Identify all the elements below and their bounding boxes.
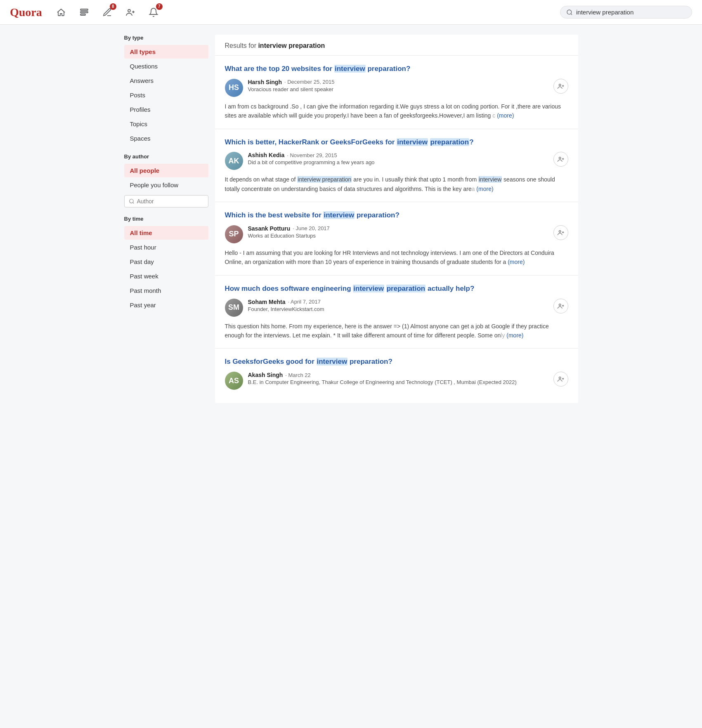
author-date: · November 29, 2015 (287, 152, 337, 158)
author-filter-item[interactable]: All people (124, 164, 208, 177)
add-credential-button[interactable] (553, 299, 568, 313)
more-link[interactable]: (more) (475, 186, 493, 192)
more-link[interactable]: (more) (506, 259, 525, 265)
avatar: SP (225, 225, 243, 243)
svg-point-11 (559, 304, 561, 306)
page-content: By type All typesQuestionsAnswersPostsPr… (124, 35, 578, 403)
type-filter-list: All typesQuestionsAnswersPostsProfilesTo… (124, 45, 208, 145)
header: Quora 8 7 (0, 0, 702, 25)
author-bio: Voracious reader and silent speaker (248, 86, 548, 92)
time-filter-item[interactable]: Past hour (124, 240, 208, 254)
author-info: Harsh Singh· December 25, 2015Voracious … (248, 79, 548, 92)
results-header: Results for interview preparation (215, 35, 578, 56)
type-filter-item[interactable]: Topics (124, 117, 208, 131)
result-title[interactable]: Is GeeksforGeeks good for interview prep… (225, 357, 568, 367)
nav-notifications[interactable]: 7 (146, 5, 161, 20)
time-filter-list: All timePast hourPast dayPast weekPast m… (124, 226, 208, 312)
results-prefix: Results for (225, 42, 258, 49)
result-cards-container: What are the top 20 websites for intervi… (215, 56, 578, 403)
more-link[interactable]: (more) (495, 112, 514, 119)
quora-logo[interactable]: Quora (10, 6, 42, 19)
author-name[interactable]: Soham Mehta (248, 299, 286, 305)
time-filter-item[interactable]: Past year (124, 298, 208, 312)
search-input[interactable] (576, 9, 686, 16)
type-filter-item[interactable]: All types (124, 45, 208, 59)
notifications-badge: 7 (156, 3, 163, 10)
nav-icons: 8 7 (54, 5, 548, 20)
result-snippet: Hello - I am assuming that you are looki… (225, 248, 568, 267)
result-card: Which is better, HackerRank or GeeksForG… (215, 129, 578, 203)
svg-rect-1 (80, 12, 88, 13)
by-type-title: By type (124, 35, 208, 41)
add-credential-button[interactable] (553, 152, 568, 167)
person-add-icon (557, 155, 565, 163)
author-name[interactable]: Akash Singh (248, 372, 283, 378)
svg-rect-2 (80, 14, 85, 15)
svg-point-8 (559, 84, 561, 86)
author-name[interactable]: Ashish Kedia (248, 152, 285, 158)
author-info: Soham Mehta· April 7, 2017Founder, Inter… (248, 299, 548, 312)
svg-point-6 (129, 199, 133, 203)
avatar: AK (225, 152, 243, 170)
time-filter-item[interactable]: Past month (124, 284, 208, 297)
person-add-icon (557, 82, 565, 90)
nav-following[interactable] (123, 5, 138, 20)
nav-home[interactable] (54, 5, 69, 20)
person-add-icon (557, 302, 565, 310)
result-title[interactable]: Which is the best website for interview … (225, 210, 568, 220)
result-title[interactable]: Which is better, HackerRank or GeeksForG… (225, 137, 568, 147)
type-filter-item[interactable]: Answers (124, 74, 208, 87)
search-bar[interactable] (560, 6, 692, 19)
author-bio: Founder, InterviewKickstart.com (248, 306, 548, 312)
author-bio: Did a bit of competitive programming a f… (248, 159, 548, 165)
person-add-icon (557, 375, 565, 383)
type-filter-item[interactable]: Posts (124, 88, 208, 102)
svg-point-10 (559, 231, 561, 233)
nav-create[interactable]: 8 (100, 5, 115, 20)
author-info: Sasank Potturu· June 20, 2017Works at Ed… (248, 225, 548, 239)
by-time-title: By time (124, 216, 208, 222)
author-search-input[interactable] (137, 198, 204, 205)
results-main: Results for interview preparation What a… (215, 35, 578, 403)
add-credential-button[interactable] (553, 79, 568, 94)
result-snippet: It depends on what stage of interview pr… (225, 175, 568, 193)
time-filter-item[interactable]: Past week (124, 269, 208, 283)
results-query: interview preparation (258, 42, 325, 49)
type-filter-item[interactable]: Spaces (124, 132, 208, 145)
author-bio: B.E. in Computer Engineering, Thakur Col… (248, 379, 548, 385)
result-title[interactable]: What are the top 20 websites for intervi… (225, 64, 568, 74)
author-date: · June 20, 2017 (293, 225, 330, 231)
author-filter-item[interactable]: People you follow (124, 178, 208, 192)
result-card: How much does software engineering inter… (215, 276, 578, 349)
add-credential-button[interactable] (553, 225, 568, 240)
svg-point-12 (559, 377, 561, 379)
search-icon (566, 9, 573, 16)
sidebar: By type All typesQuestionsAnswersPostsPr… (124, 35, 215, 403)
author-bio: Works at Education Startups (248, 233, 548, 239)
author-date: · March 22 (285, 372, 310, 378)
nav-feed[interactable] (77, 5, 92, 20)
add-credential-button[interactable] (553, 372, 568, 386)
svg-line-5 (571, 14, 572, 15)
author-date: · April 7, 2017 (288, 299, 321, 305)
svg-point-4 (567, 10, 572, 14)
result-card: What are the top 20 websites for intervi… (215, 56, 578, 129)
author-name[interactable]: Sasank Potturu (248, 225, 291, 232)
author-name[interactable]: Harsh Singh (248, 79, 282, 85)
author-info: Ashish Kedia· November 29, 2015Did a bit… (248, 152, 548, 165)
time-filter-item[interactable]: All time (124, 226, 208, 240)
by-author-title: By author (124, 153, 208, 160)
author-search-icon (129, 198, 135, 204)
result-snippet: I am from cs background .So , I can give… (225, 102, 568, 120)
create-badge: 8 (110, 3, 116, 10)
author-search-box[interactable] (124, 195, 208, 207)
type-filter-item[interactable]: Profiles (124, 103, 208, 116)
result-card: Which is the best website for interview … (215, 202, 578, 276)
svg-point-9 (559, 157, 561, 159)
more-link[interactable]: (more) (505, 332, 523, 339)
author-filter-list: All peoplePeople you follow (124, 164, 208, 192)
type-filter-item[interactable]: Questions (124, 59, 208, 73)
time-filter-item[interactable]: Past day (124, 255, 208, 269)
person-add-icon (557, 229, 565, 236)
result-title[interactable]: How much does software engineering inter… (225, 284, 568, 294)
